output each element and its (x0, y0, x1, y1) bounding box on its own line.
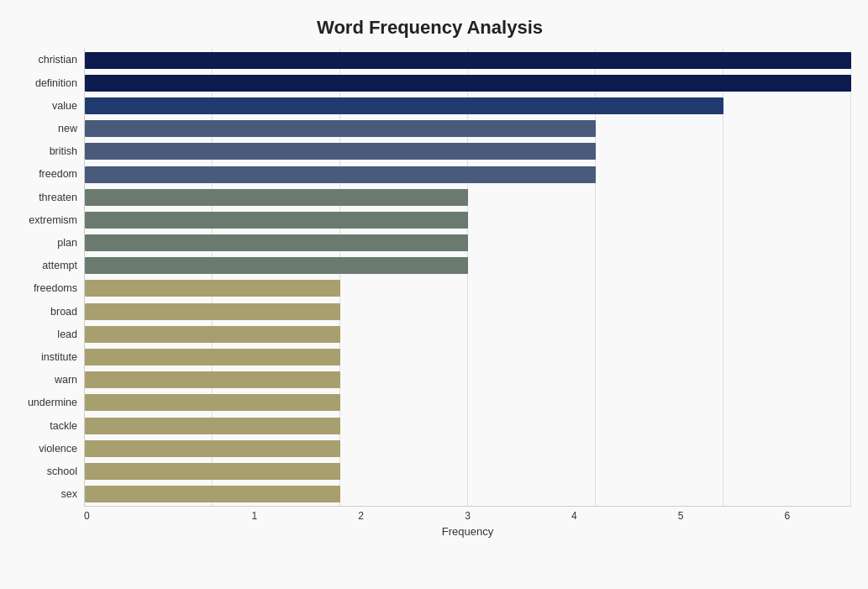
bar-row (85, 50, 851, 71)
bar-row (85, 277, 851, 299)
x-tick: 6 (723, 507, 851, 522)
bar-threaten (85, 189, 468, 206)
y-axis: christiandefinitionvaluenewbritishfreedo… (8, 49, 84, 533)
chart-title: Word Frequency Analysis (8, 8, 851, 49)
bar-lead (85, 326, 340, 343)
bar-row (85, 323, 851, 345)
bar-undermine (85, 394, 340, 411)
plot-area: 0123456 Frequency (84, 49, 851, 533)
y-label: lead (57, 323, 77, 345)
bar-violence (85, 440, 340, 457)
y-label: sex (61, 483, 77, 506)
bar-row (85, 460, 851, 482)
y-label: extremism (29, 208, 77, 231)
y-label: new (58, 118, 77, 140)
bar-christian (85, 52, 851, 69)
bar-tackle (85, 418, 340, 434)
bar-value (85, 97, 723, 114)
bar-row (85, 187, 851, 208)
bar-british (85, 143, 596, 160)
bar-sex (85, 486, 340, 502)
bar-freedom (85, 166, 596, 183)
bar-institute (85, 349, 340, 365)
x-axis: 0123456 Frequency (84, 506, 851, 533)
y-label: plan (57, 232, 77, 255)
y-label: broad (50, 300, 77, 323)
bar-row (85, 369, 851, 391)
chart-area: christiandefinitionvaluenewbritishfreedo… (8, 49, 851, 533)
bar-broad (85, 303, 340, 320)
bar-school (85, 463, 340, 480)
bar-row (85, 346, 851, 368)
bar-freedoms (85, 280, 340, 297)
y-label: undermine (28, 392, 77, 414)
bars-section (84, 49, 851, 506)
bar-row (85, 140, 851, 162)
bar-row (85, 164, 851, 186)
bar-new (85, 120, 596, 137)
bar-warn (85, 371, 340, 388)
bar-row (85, 392, 851, 413)
x-axis-label: Frequency (84, 522, 851, 538)
bar-attempt (85, 257, 468, 274)
bar-row (85, 209, 851, 231)
bar-row (85, 72, 851, 94)
chart-container: Word Frequency Analysis christiandefinit… (0, 0, 868, 589)
y-label: attempt (42, 255, 77, 277)
bar-row (85, 415, 851, 437)
bar-row (85, 118, 851, 139)
bar-row (85, 232, 851, 254)
bar-row (85, 438, 851, 460)
bar-row (85, 95, 851, 117)
y-label: tackle (50, 414, 77, 437)
y-label: definition (35, 71, 77, 94)
bar-row (85, 255, 851, 276)
bar-row (85, 483, 851, 505)
bar-extremism (85, 212, 468, 229)
bar-definition (85, 75, 851, 92)
y-label: value (52, 94, 77, 117)
y-label: warn (55, 369, 77, 392)
y-label: threaten (39, 186, 77, 208)
y-label: freedoms (34, 277, 77, 300)
y-label: freedom (39, 163, 77, 186)
y-label: christian (38, 49, 77, 71)
bar-row (85, 301, 851, 323)
y-label: institute (41, 346, 77, 369)
y-label: violence (39, 437, 77, 460)
y-label: school (47, 460, 77, 483)
bar-plan (85, 234, 468, 251)
y-label: british (50, 140, 77, 163)
